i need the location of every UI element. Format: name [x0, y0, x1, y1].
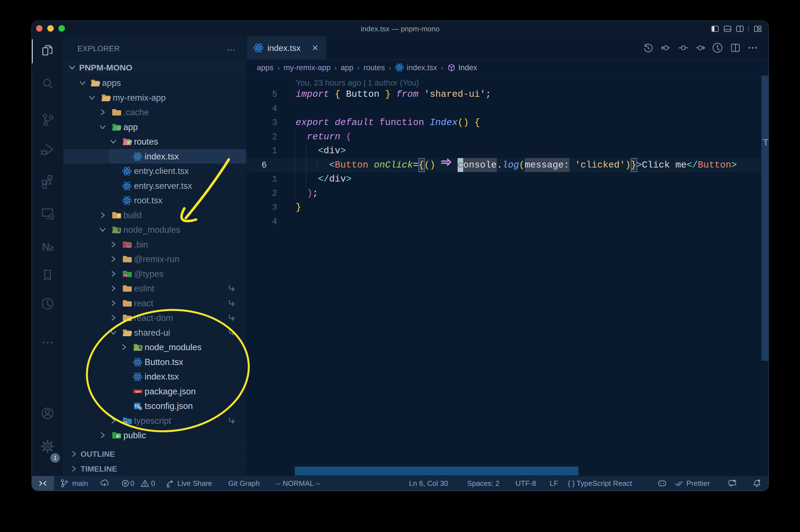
svg-text:N: N [42, 241, 50, 253]
svg-text:npm: npm [135, 390, 141, 393]
svg-text:10: 10 [128, 245, 130, 247]
svg-text:TS: TS [123, 273, 127, 277]
svg-text:≥: ≥ [49, 243, 54, 252]
svg-text:JS: JS [117, 229, 120, 232]
svg-text:JS: JS [139, 346, 142, 349]
svg-text:TS: TS [123, 420, 127, 424]
svg-text:TS: TS [135, 404, 139, 408]
